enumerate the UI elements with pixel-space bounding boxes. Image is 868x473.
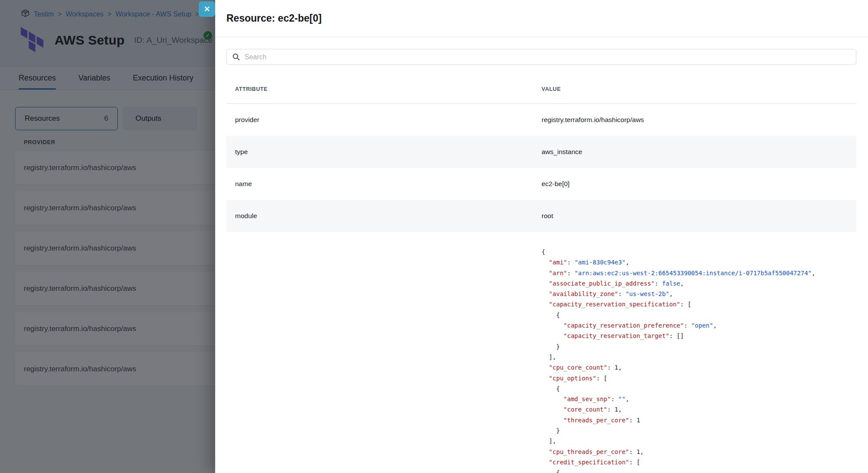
json-line: { (542, 467, 815, 473)
column-header-attribute: ATTRIBUTE (226, 86, 542, 93)
table-row-attributes-json: { "ami": "ami-830c94e3", "arn": "arn:aws… (226, 232, 856, 473)
json-line: { (542, 383, 815, 394)
json-line: "ami": "ami-830c94e3", (542, 257, 815, 267)
table-row: module root (226, 200, 856, 232)
json-line: "availability_zone": "us-west-2b", (542, 289, 815, 299)
search-input[interactable] (245, 53, 856, 61)
json-line: ], (542, 436, 815, 446)
value-cell: ec2-be[0] (542, 180, 570, 188)
json-line: } (542, 341, 815, 352)
value-cell: registry.terraform.io/hashicorp/aws (542, 116, 644, 124)
search-icon (232, 53, 240, 61)
json-line: "capacity_reservation_specification": [ (542, 299, 815, 309)
table-row: type aws_instance (226, 136, 856, 168)
table-header: ATTRIBUTE VALUE (226, 86, 856, 104)
search-box (226, 49, 856, 65)
attribute-cell: type (226, 148, 542, 156)
json-line: "cpu_options": [ (542, 373, 815, 383)
json-line: "associate_public_ip_address": false, (542, 278, 815, 289)
table-row: provider registry.terraform.io/hashicorp… (226, 104, 856, 136)
table-row: name ec2-be[0] (226, 168, 856, 200)
json-line: ], (542, 352, 815, 362)
json-line: } (542, 425, 815, 436)
value-cell: root (542, 212, 553, 220)
json-line: "arn": "arn:aws:ec2:us-west-2:6654533900… (542, 268, 815, 278)
json-line: "cpu_threads_per_core": 1, (542, 447, 815, 457)
column-header-value: VALUE (542, 86, 561, 93)
resource-detail-panel: Resource: ec2-be[0] ATTRIBUTE VALUE prov… (215, 0, 868, 473)
attribute-cell: module (226, 212, 542, 220)
attribute-cell: provider (226, 116, 542, 124)
close-panel-button[interactable]: ✕ (199, 1, 215, 17)
attribute-cell: name (226, 180, 542, 188)
json-line: "capacity_reservation_target": [] (542, 331, 815, 341)
json-line: "credit_specification": [ (542, 457, 815, 467)
json-viewer: { "ami": "ami-830c94e3", "arn": "arn:aws… (542, 232, 815, 473)
json-line: "amd_sev_snp": "", (542, 394, 815, 404)
value-cell: aws_instance (542, 148, 582, 156)
json-line: "capacity_reservation_preference": "open… (542, 320, 815, 331)
panel-title: Resource: ec2-be[0] (226, 13, 322, 24)
panel-header: Resource: ec2-be[0] (215, 0, 868, 37)
json-line: "threads_per_core": 1 (542, 415, 815, 425)
json-line: { (542, 247, 815, 257)
json-line: "core_count": 1, (542, 404, 815, 415)
screen: Testim > Workspaces > Workspace - AWS Se… (0, 0, 868, 473)
json-line: "cpu_core_count": 1, (542, 362, 815, 373)
panel-body: ATTRIBUTE VALUE provider registry.terraf… (215, 37, 868, 473)
json-line: { (542, 310, 815, 320)
